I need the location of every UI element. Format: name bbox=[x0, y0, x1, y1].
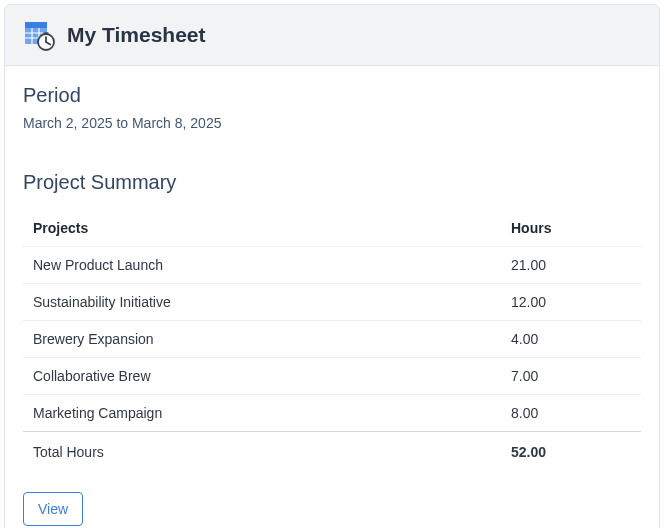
project-hours: 7.00 bbox=[501, 358, 641, 395]
card-header: My Timesheet bbox=[5, 5, 659, 66]
total-hours-value: 52.00 bbox=[501, 432, 641, 471]
project-hours: 12.00 bbox=[501, 284, 641, 321]
page-title: My Timesheet bbox=[67, 23, 206, 47]
project-name: Brewery Expansion bbox=[23, 321, 501, 358]
table-row: Collaborative Brew 7.00 bbox=[23, 358, 641, 395]
table-row: New Product Launch 21.00 bbox=[23, 247, 641, 284]
view-button[interactable]: View bbox=[23, 492, 83, 526]
table-header-hours: Hours bbox=[501, 210, 641, 247]
table-row: Marketing Campaign 8.00 bbox=[23, 395, 641, 432]
table-header-projects: Projects bbox=[23, 210, 501, 247]
timesheet-icon bbox=[23, 19, 55, 51]
card-body: Period March 2, 2025 to March 8, 2025 Pr… bbox=[5, 66, 659, 528]
project-name: New Product Launch bbox=[23, 247, 501, 284]
period-label: Period bbox=[23, 84, 641, 107]
project-hours: 8.00 bbox=[501, 395, 641, 432]
project-name: Collaborative Brew bbox=[23, 358, 501, 395]
project-hours: 4.00 bbox=[501, 321, 641, 358]
project-hours: 21.00 bbox=[501, 247, 641, 284]
table-total-row: Total Hours 52.00 bbox=[23, 432, 641, 471]
period-value: March 2, 2025 to March 8, 2025 bbox=[23, 115, 641, 131]
table-row: Sustainability Initiative 12.00 bbox=[23, 284, 641, 321]
table-row: Brewery Expansion 4.00 bbox=[23, 321, 641, 358]
project-summary-title: Project Summary bbox=[23, 171, 641, 194]
project-name: Marketing Campaign bbox=[23, 395, 501, 432]
timesheet-card: My Timesheet Period March 2, 2025 to Mar… bbox=[4, 4, 660, 528]
project-name: Sustainability Initiative bbox=[23, 284, 501, 321]
project-summary-table: Projects Hours New Product Launch 21.00 … bbox=[23, 210, 641, 470]
svg-rect-7 bbox=[44, 32, 49, 34]
total-hours-label: Total Hours bbox=[23, 432, 501, 471]
svg-rect-1 bbox=[25, 22, 47, 28]
